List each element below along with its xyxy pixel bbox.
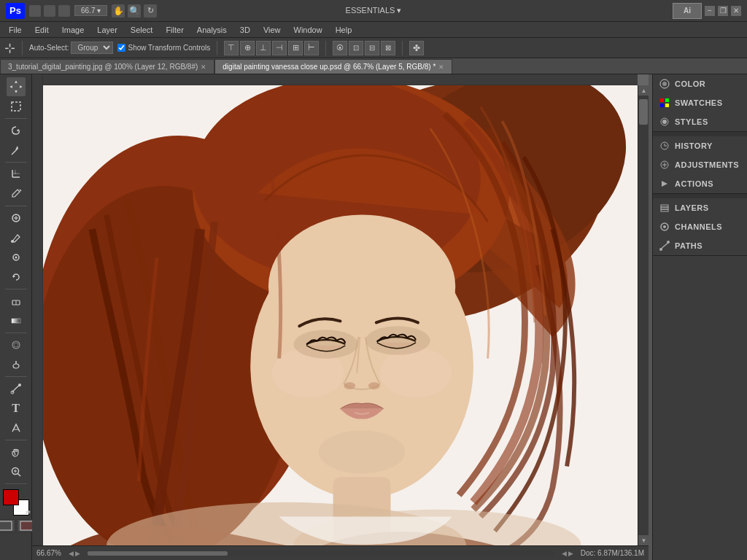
swap-colors-btn[interactable]: ⇄ — [26, 509, 31, 516]
vertical-scrollbar[interactable]: ▲ ▼ — [638, 85, 649, 545]
navigator-arrows[interactable]: ◀ ▶ — [69, 550, 80, 557]
pen-tool[interactable] — [7, 379, 26, 398]
blur-tool[interactable] — [7, 335, 26, 354]
clone-stamp-tool[interactable] — [7, 248, 26, 267]
svg-rect-61 — [665, 104, 669, 107]
dodge-tool[interactable] — [7, 355, 26, 374]
styles-icon — [659, 116, 670, 128]
menu-layer[interactable]: Layer — [91, 24, 123, 36]
show-transform-label[interactable]: Show Transform Controls — [117, 44, 210, 52]
standard-mode-btn[interactable] — [0, 519, 15, 532]
scroll-up-arrow[interactable]: ▲ — [638, 85, 649, 96]
tab-vanessa[interactable]: digital painting vanessa close up.psd @ … — [214, 59, 452, 74]
align-right-btn[interactable]: ⊢ — [304, 41, 319, 55]
distribute-top-btn[interactable]: ⦿ — [333, 41, 347, 55]
scroll-thumb-v[interactable] — [639, 99, 648, 125]
panel-header-channels[interactable]: CHANNELS — [653, 217, 747, 236]
panel-header-layers[interactable]: LAYERS — [653, 198, 747, 217]
canvas-container[interactable] — [43, 85, 638, 545]
tab-tutorial[interactable]: 3_tutorial_digital_painting.jpg @ 100% (… — [0, 59, 214, 74]
panel-header-paths[interactable]: PATHS — [653, 236, 747, 255]
distribute-bottom-btn[interactable]: ⊟ — [365, 41, 379, 55]
auto-select-dropdown[interactable]: Group Layer — [71, 42, 113, 54]
menu-3d[interactable]: 3D — [234, 24, 256, 36]
zoom-tool[interactable] — [7, 462, 26, 481]
brush-tool[interactable] — [7, 228, 26, 247]
menu-help[interactable]: Help — [330, 24, 358, 36]
title-bar-center: ESSENTIALS ▾ — [346, 6, 402, 15]
align-left-btn[interactable]: ⊣ — [272, 41, 287, 55]
title-bar-left: Ps 66.7 ▾ ✋ 🔍 ↻ — [6, 3, 157, 19]
panel-header-styles[interactable]: STYLES — [653, 112, 747, 131]
crop-tool[interactable] — [7, 165, 26, 184]
options-bar: ⊹ Auto-Select: Group Layer Show Transfor… — [0, 38, 747, 58]
left-toolbar: T ⇄ — [0, 74, 32, 560]
menu-select[interactable]: Select — [125, 24, 159, 36]
distribute-left-btn[interactable]: ⊠ — [381, 41, 395, 55]
align-top-btn[interactable]: ⊤ — [224, 41, 239, 55]
horizontal-scroll-thumb[interactable] — [88, 551, 228, 556]
show-transform-checkbox[interactable] — [117, 44, 125, 52]
marquee-tool[interactable] — [7, 97, 26, 116]
menu-image[interactable]: Image — [56, 24, 90, 36]
panel-header-history[interactable]: HISTORY — [653, 136, 747, 155]
panel-header-actions[interactable]: ACTIONS — [653, 174, 747, 193]
tab-vanessa-close[interactable]: ✕ — [438, 63, 444, 71]
menu-analysis[interactable]: Analysis — [191, 24, 233, 36]
align-hcenter-btn[interactable]: ⊞ — [288, 41, 303, 55]
svg-marker-68 — [662, 181, 667, 187]
move-tool-indicator[interactable]: ⊹ — [4, 40, 15, 56]
path-select-tool[interactable] — [7, 419, 26, 438]
svg-point-17 — [15, 257, 17, 259]
svg-point-50 — [365, 326, 430, 354]
rotate-tool-btn[interactable]: ↻ — [144, 4, 157, 18]
scroll-right-arrow[interactable]: ▶ — [568, 550, 573, 557]
history-brush-tool[interactable] — [7, 268, 26, 287]
svg-point-63 — [662, 120, 667, 124]
text-tool[interactable]: T — [7, 399, 26, 418]
zoom-tool-btn[interactable]: 🔍 — [128, 4, 141, 18]
horizontal-scroll-track[interactable] — [88, 551, 554, 556]
layers-label: LAYERS — [675, 203, 709, 212]
heal-tool[interactable] — [7, 209, 26, 228]
panel-header-color[interactable]: COLOR — [653, 74, 747, 93]
essentials-label[interactable]: ESSENTIALS ▾ — [346, 6, 402, 15]
eyedropper-tool[interactable] — [7, 184, 26, 203]
svg-point-15 — [11, 240, 14, 243]
scroll-left-arrow[interactable]: ◀ — [562, 550, 567, 557]
eraser-tool[interactable] — [7, 292, 26, 311]
align-vcenter-btn[interactable]: ⊕ — [240, 41, 255, 55]
menu-file[interactable]: File — [3, 24, 28, 36]
panel-header-swatches[interactable]: SWATCHES — [653, 93, 747, 112]
hand-tool[interactable] — [7, 443, 26, 462]
move-tool[interactable] — [7, 77, 26, 96]
restore-btn[interactable]: ❐ — [718, 6, 728, 16]
zoom-control[interactable]: 66.7 ▾ — [74, 5, 107, 16]
gradient-tool[interactable] — [7, 311, 26, 330]
close-btn[interactable]: ✕ — [731, 6, 741, 16]
foreground-color-swatch[interactable] — [3, 489, 19, 505]
menu-view[interactable]: View — [258, 24, 287, 36]
menu-filter[interactable]: Filter — [160, 24, 189, 36]
minimize-btn[interactable]: − — [705, 6, 715, 16]
tab-tutorial-close[interactable]: ✕ — [201, 63, 206, 71]
svg-rect-34 — [20, 521, 34, 530]
tool-sep-2 — [5, 162, 27, 163]
menu-window[interactable]: Window — [288, 24, 328, 36]
scroll-down-arrow[interactable]: ▼ — [638, 535, 649, 545]
lasso-tool[interactable] — [7, 121, 26, 140]
tab-bar: 3_tutorial_digital_painting.jpg @ 100% (… — [0, 58, 747, 74]
svg-point-24 — [13, 364, 19, 368]
tool-sep-3 — [5, 206, 27, 206]
tab-vanessa-label: digital painting vanessa close up.psd @ … — [222, 63, 436, 71]
distribute-vcenter-btn[interactable]: ⊡ — [349, 41, 363, 55]
magic-wand-tool[interactable] — [7, 141, 26, 160]
extras-btn[interactable]: ✤ — [409, 41, 424, 55]
svg-rect-21 — [12, 319, 20, 323]
hand-tool-btn[interactable]: ✋ — [112, 4, 125, 18]
scroll-track-v[interactable] — [638, 96, 649, 535]
align-bottom-btn[interactable]: ⊥ — [256, 41, 271, 55]
menu-edit[interactable]: Edit — [29, 24, 55, 36]
ai-panel[interactable]: Ai — [673, 3, 702, 19]
panel-header-adjustments[interactable]: ADJUSTMENTS — [653, 155, 747, 174]
